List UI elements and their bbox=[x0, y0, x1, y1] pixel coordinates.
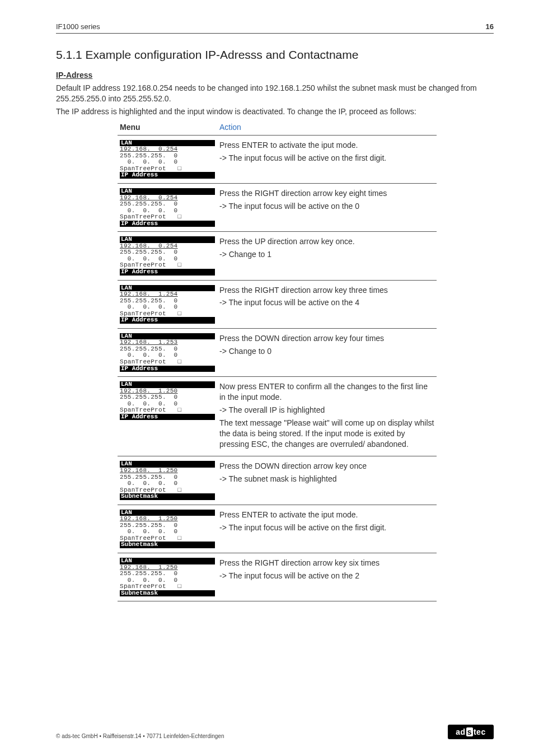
action-text: Press the RIGHT direction arrow key thre… bbox=[219, 285, 434, 296]
lcd-bottom-bar: IP Address bbox=[120, 366, 215, 372]
table-row: LAN192.168. 0.254255.255.255. 0 0. 0. 0.… bbox=[118, 232, 437, 280]
lcd-line: 255.255.255. 0 bbox=[120, 201, 215, 208]
action-text: -> Change to 1 bbox=[219, 249, 434, 260]
menu-cell: LAN192.168. 1.254255.255.255. 0 0. 0. 0.… bbox=[118, 280, 217, 328]
table-row: LAN192.168. 1.254255.255.255. 0 0. 0. 0.… bbox=[118, 280, 437, 328]
action-text: Press the DOWN direction arrow key four … bbox=[219, 333, 434, 344]
lcd-bottom-bar: IP Address bbox=[120, 221, 215, 227]
action-cell: Press the DOWN direction arrow key four … bbox=[217, 328, 437, 376]
table-row: LAN192.168. 1.250255.255.255. 0 0. 0. 0.… bbox=[118, 377, 437, 456]
action-cell: Press ENTER to activate the iput mode.->… bbox=[217, 135, 437, 183]
lcd-bottom-bar: IP Address bbox=[120, 414, 215, 421]
lcd-top-bar: LAN bbox=[120, 381, 215, 388]
header-rule bbox=[56, 33, 494, 34]
table-row: LAN192.168. 0.254255.255.255. 0 0. 0. 0.… bbox=[118, 183, 437, 231]
action-text: -> The input focus will be active on the… bbox=[219, 522, 434, 533]
menu-cell: LAN192.168. 0.254255.255.255. 0 0. 0. 0.… bbox=[118, 183, 217, 231]
action-text: Now press ENTER to confirm all the chang… bbox=[219, 381, 434, 403]
lcd-display: LAN192.168. 0.254255.255.255. 0 0. 0. 0.… bbox=[120, 140, 215, 179]
action-cell: Press the UP direction arrow key once.->… bbox=[217, 232, 437, 280]
menu-cell: LAN192.168. 1.250255.255.255. 0 0. 0. 0.… bbox=[118, 377, 217, 456]
action-text: Press ENTER to activate the iput mode. bbox=[219, 140, 434, 151]
table-row: LAN192.168. 1.250255.255.255. 0 0. 0. 0.… bbox=[118, 505, 437, 553]
lcd-bottom-bar: IP Address bbox=[120, 317, 215, 324]
menu-cell: LAN192.168. 1.250255.255.255. 0 0. 0. 0.… bbox=[118, 505, 217, 553]
menu-cell: LAN192.168. 0.254255.255.255. 0 0. 0. 0.… bbox=[118, 232, 217, 280]
lcd-line: 192.168. 1.250 bbox=[120, 468, 215, 474]
lcd-top-bar: LAN bbox=[120, 188, 215, 195]
logo-part-ad: ad bbox=[456, 727, 465, 736]
lcd-display: LAN192.168. 1.253255.255.255. 0 0. 0. 0.… bbox=[120, 333, 215, 372]
lcd-line: 192.168. 1.254 bbox=[120, 291, 215, 298]
intro-paragraph-2: The IP address is highlighted and the in… bbox=[56, 106, 494, 117]
action-text: -> The subnet mask is highlighted bbox=[219, 474, 434, 484]
action-text: -> The overall IP is highlighted bbox=[219, 405, 434, 416]
lcd-display: LAN192.168. 1.250255.255.255. 0 0. 0. 0.… bbox=[120, 461, 215, 500]
logo-part-tec: tec bbox=[474, 727, 486, 736]
lcd-display: LAN192.168. 1.250255.255.255. 0 0. 0. 0.… bbox=[120, 510, 215, 548]
lcd-bottom-bar: IP Address bbox=[120, 172, 215, 179]
action-cell: Press the RIGHT direction arrow key eigh… bbox=[217, 183, 437, 231]
menu-cell: LAN192.168. 1.253255.255.255. 0 0. 0. 0.… bbox=[118, 328, 217, 376]
page-number: 16 bbox=[486, 22, 494, 31]
lcd-line: 0. 0. 0. 0 bbox=[120, 480, 215, 487]
table-row: LAN192.168. 1.253255.255.255. 0 0. 0. 0.… bbox=[118, 328, 437, 376]
table-row: LAN192.168. 1.250255.255.255. 0 0. 0. 0.… bbox=[118, 456, 437, 505]
lcd-line: 0. 0. 0. 0 bbox=[120, 304, 215, 311]
brand-logo: adstec bbox=[448, 725, 494, 739]
menu-cell: LAN192.168. 1.250255.255.255. 0 0. 0. 0.… bbox=[118, 553, 217, 601]
action-cell: Now press ENTER to confirm all the chang… bbox=[217, 377, 437, 456]
section-title: 5.1.1 Example configuration IP-Adresss a… bbox=[56, 48, 494, 62]
action-text: Press the DOWN direction arrow key once bbox=[219, 461, 434, 472]
intro-paragraph-1: Default IP address 192.168.0.254 needs t… bbox=[56, 83, 494, 104]
logo-part-s: s bbox=[466, 727, 473, 736]
menu-cell: LAN192.168. 1.250255.255.255. 0 0. 0. 0.… bbox=[118, 456, 217, 505]
lcd-bottom-bar: Subnetmask bbox=[120, 542, 215, 548]
menu-cell: LAN192.168. 0.254255.255.255. 0 0. 0. 0.… bbox=[118, 135, 217, 183]
col-header-menu: Menu bbox=[118, 119, 217, 136]
lcd-display: LAN192.168. 1.254255.255.255. 0 0. 0. 0.… bbox=[120, 285, 215, 324]
action-cell: Press the DOWN direction arrow key once-… bbox=[217, 456, 437, 505]
action-text: Press the UP direction arrow key once. bbox=[219, 236, 434, 247]
lcd-bottom-bar: Subnetmask bbox=[120, 493, 215, 500]
config-steps-table: Menu Action LAN192.168. 0.254255.255.255… bbox=[118, 119, 437, 602]
action-cell: Press the RIGHT direction arrow key six … bbox=[217, 553, 437, 601]
lcd-display: LAN192.168. 0.254255.255.255. 0 0. 0. 0.… bbox=[120, 236, 215, 275]
action-text: -> The input focus will be active on the… bbox=[219, 571, 434, 581]
lcd-bottom-bar: Subnetmask bbox=[120, 590, 215, 597]
lcd-line: SpanTreeProt □ bbox=[120, 214, 215, 221]
action-cell: Press the RIGHT direction arrow key thre… bbox=[217, 280, 437, 328]
subheading-ip-adress: IP-Adress bbox=[56, 71, 494, 80]
action-text: -> The input focus will be active on the… bbox=[219, 297, 434, 308]
action-text: -> Change to 0 bbox=[219, 346, 434, 357]
lcd-line: SpanTreeProt □ bbox=[120, 584, 215, 590]
action-text: The text message "Please wait" will come… bbox=[219, 418, 434, 450]
col-header-action: Action bbox=[217, 119, 437, 136]
lcd-line: SpanTreeProt □ bbox=[120, 359, 215, 366]
lcd-display: LAN192.168. 0.254255.255.255. 0 0. 0. 0.… bbox=[120, 188, 215, 227]
footer-copyright: © ads-tec GmbH • Raiffeisenstr.14 • 7077… bbox=[56, 733, 224, 739]
header-series: IF1000 series bbox=[56, 22, 100, 31]
action-text: -> The input focus will be active on the… bbox=[219, 201, 434, 212]
lcd-line: 255.255.255. 0 bbox=[120, 571, 215, 577]
action-text: Press ENTER to activate the iput mode. bbox=[219, 510, 434, 520]
action-text: Press the RIGHT direction arrow key eigh… bbox=[219, 188, 434, 199]
table-row: LAN192.168. 0.254255.255.255. 0 0. 0. 0.… bbox=[118, 135, 437, 183]
action-text: -> The input focus will be active on the… bbox=[219, 153, 434, 164]
action-cell: Press ENTER to activate the iput mode.->… bbox=[217, 505, 437, 553]
lcd-line: 255.255.255. 0 bbox=[120, 394, 215, 401]
lcd-top-bar: LAN bbox=[120, 558, 215, 564]
lcd-display: LAN192.168. 1.250255.255.255. 0 0. 0. 0.… bbox=[120, 558, 215, 596]
action-text: Press the RIGHT direction arrow key six … bbox=[219, 558, 434, 568]
lcd-bottom-bar: IP Address bbox=[120, 269, 215, 276]
table-row: LAN192.168. 1.250255.255.255. 0 0. 0. 0.… bbox=[118, 553, 437, 601]
lcd-display: LAN192.168. 1.250255.255.255. 0 0. 0. 0.… bbox=[120, 381, 215, 420]
